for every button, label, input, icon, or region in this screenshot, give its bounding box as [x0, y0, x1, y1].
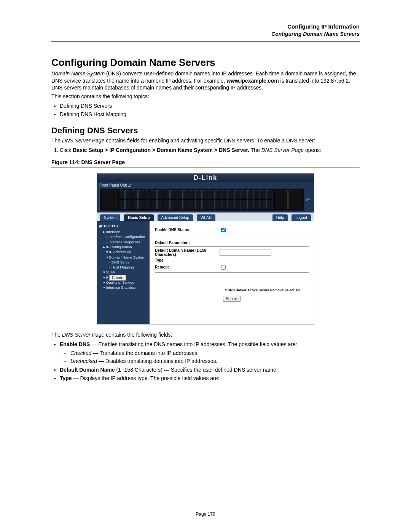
dns-intro: The DNS Server Page contains fields for …: [51, 137, 360, 144]
switch-left-panel: [102, 190, 116, 209]
nav-dns-server[interactable]: ▫ DNS Server: [100, 260, 148, 265]
nav-domain-name-system[interactable]: ▾ Domain Name System: [100, 255, 148, 260]
type-label: Type: [155, 258, 220, 262]
nav-qos[interactable]: ▾ Quality of Service: [100, 280, 148, 285]
field-type: Type — Displays the IP address type. The…: [60, 375, 360, 382]
switch-graphic: [99, 188, 304, 211]
create-button[interactable]: Create: [109, 275, 126, 281]
dns-server-page-screenshot: D-Link Front Panel Unit 1:: [97, 173, 314, 324]
default-domain-input[interactable]: [220, 249, 271, 256]
remove-checkbox[interactable]: [221, 265, 226, 270]
figure-caption: Figure 114: DNS Server Page: [51, 159, 360, 165]
page-title: Configuring Domain Name Servers: [51, 57, 360, 69]
default-domain-label: Default Domain Name (1-158 Characters): [155, 248, 220, 257]
running-header-2: Configuring Domain Name Servers: [51, 30, 360, 37]
footer-rule: [51, 509, 360, 509]
step-item: Click Basic Setup > IP Configuration > D…: [60, 147, 360, 154]
front-panel: Front Panel Unit 1:: [97, 182, 314, 212]
field-enable-dns: Enable DNS — Enables translating the DNS…: [60, 341, 360, 365]
nav-interface-properties[interactable]: ▫ Interface Properties: [100, 240, 148, 244]
arrow-down-icon[interactable]: ↓: [307, 206, 309, 211]
fields-list: Enable DNS — Enables translating the DNS…: [60, 341, 360, 382]
enable-dns-label: Enable DNS Status: [155, 228, 220, 232]
nav-ip-addressing[interactable]: ▾ IP Addressing: [100, 249, 148, 254]
field-default-domain: Default Domain Name (1 -158 Characters) …: [60, 366, 360, 374]
intro-paragraph: Domain Name System (DNS) converts user-d…: [51, 70, 360, 92]
dns-server-table-header: # DNS Server Active Server Remove Select…: [216, 288, 309, 292]
nav-vlan[interactable]: ▾ VLAN: [100, 270, 148, 275]
switch-uplink: [275, 190, 301, 209]
remove-label: Remove: [155, 265, 220, 269]
nav-host-mapping[interactable]: ▫ Host Mapping: [100, 265, 148, 270]
nav-interface-configuration[interactable]: ▫ Interface Configuration: [100, 234, 148, 239]
device-ip: 🖳 10.6.11.2: [99, 224, 148, 228]
steps-list: Click Basic Setup > IP Configuration > D…: [60, 147, 360, 154]
enable-dns-checkbox[interactable]: [221, 228, 226, 232]
arrow-up-icon[interactable]: ↑: [307, 189, 309, 194]
tab-logout[interactable]: Logout: [292, 214, 311, 221]
fields-intro: The DNS Server Page contains the followi…: [51, 331, 360, 339]
field-enable-unchecked: Unchecked — Disables translating domains…: [70, 358, 360, 365]
tab-help[interactable]: Help: [272, 214, 288, 221]
nav-ip-configuration[interactable]: ▸ IP Configuration: [100, 244, 148, 249]
submit-button[interactable]: Submit: [223, 296, 240, 302]
nav-interface[interactable]: ▸ Interface: [100, 229, 148, 234]
figure-rule: [51, 168, 360, 168]
header-rule: [51, 41, 360, 42]
topic-item: Defining DNS Servers: [60, 102, 360, 110]
tab-wlan[interactable]: WLAN: [197, 214, 215, 221]
topic-item: Defining DNS Host Mapping: [60, 111, 360, 118]
tab-advanced-setup[interactable]: Advanced Setup: [158, 214, 193, 221]
nav-interface-statistics[interactable]: ▾ Interface Statistics: [100, 285, 148, 290]
default-parameters-header: Default Parameters: [155, 241, 309, 245]
port-row-top: [119, 190, 272, 199]
refresh-icon[interactable]: ⟳: [306, 197, 310, 203]
section-contains: This section contains the following topi…: [51, 93, 360, 100]
field-enable-checked: Checked — Translates the domains into IP…: [70, 350, 360, 357]
tab-basic-setup[interactable]: Basic Setup: [124, 214, 153, 221]
running-header-1: Configuring IP Information: [51, 23, 360, 30]
brand-logo: D-Link: [97, 174, 314, 182]
page-number: Page 179: [51, 511, 360, 517]
front-panel-label: Front Panel Unit 1:: [99, 183, 312, 187]
topics-list: Defining DNS Servers Defining DNS Host M…: [60, 102, 360, 118]
tab-system[interactable]: System: [100, 214, 120, 221]
tab-bar: System Basic Setup Advanced Setup WLAN H…: [97, 212, 314, 221]
port-row-bottom: [119, 200, 272, 209]
nav-sidebar: 🖳 10.6.11.2 ▸ Interface ▫ Interface Conf…: [97, 221, 150, 324]
section-heading: Defining DNS Servers: [51, 126, 360, 136]
panel-nav-arrows[interactable]: ↑ ⟳ ↓: [304, 187, 312, 212]
form-content: Enable DNS Status Default Parameters Def…: [150, 221, 314, 324]
